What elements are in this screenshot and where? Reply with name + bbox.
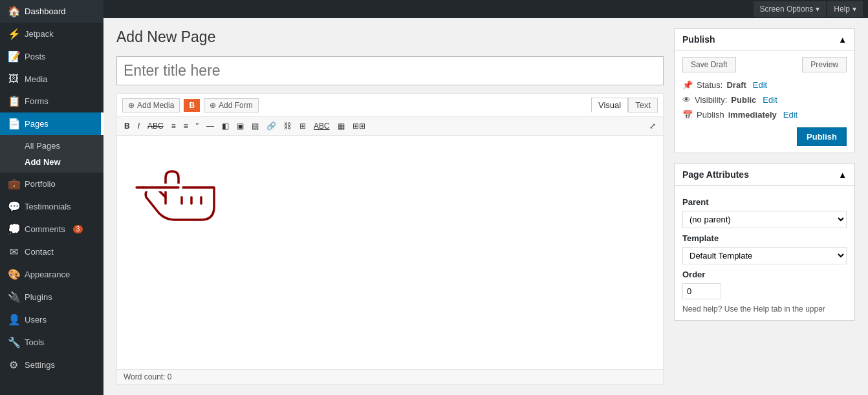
add-media-icon: ⊕ [128,101,135,110]
sidebar-item-portfolio[interactable]: 💼 Portfolio [0,173,103,195]
sidebar-item-label: Appearance [25,270,70,279]
right-sidebar: Publish ▲ Save Draft Preview 📌 Status: D… [674,28,855,385]
sidebar-item-label: Pages [25,119,49,129]
page-attributes-title: Page Attributes [682,169,749,180]
sidebar-item-settings[interactable]: ⚙ Settings [0,354,103,376]
screen-options-label: Screen Options [760,5,814,14]
template-select[interactable]: Default Template [682,247,847,264]
toolbar-insert-button[interactable]: ⊞ [296,120,309,133]
status-row: 📌 Status: Draft Edit [682,78,847,92]
toolbar-bold-button[interactable]: B [121,120,133,133]
collapse-icon: ▲ [838,170,847,180]
word-count-bar: Word count: 0 [117,369,663,384]
toolbar-ordered-list-button[interactable]: ≡ [180,120,191,133]
preview-button[interactable]: Preview [802,57,847,72]
tab-visual[interactable]: Visual [591,98,628,112]
toolbar-table-button[interactable]: ▦ [334,120,348,133]
toolbar-link-button[interactable]: 🔗 [263,120,279,133]
editor-format-toolbar: B I ABC ≡ ≡ " — ◧ ▣ ▨ 🔗 ⛓ ⊞ ABC ▦ ⊞⊞ ⤢ [117,117,663,136]
main-content: Screen Options ▾ Help ▾ Add New Page ⊕ A… [103,0,868,395]
sidebar-item-jetpack[interactable]: ⚡ Jetpack [0,23,103,45]
testimonials-icon: 💬 [8,200,19,213]
visual-text-tabs: Visual Text [591,98,658,112]
content-area: Add New Page ⊕ Add Media B ⊕ Add Form Vi… [103,18,868,395]
help-chevron-icon: ▾ [852,5,856,14]
sidebar-item-label: Contact [25,247,54,257]
contact-icon: ✉ [8,246,19,258]
draft-preview-row: Save Draft Preview [682,57,847,72]
publish-time-label: Publish [697,110,724,120]
editor-content[interactable] [117,136,663,369]
sidebar-item-label: Portfolio [25,179,56,189]
sidebar-item-tools[interactable]: 🔧 Tools [0,331,103,354]
sidebar: 🏠 Dashboard ⚡ Jetpack 📝 Posts 🖼 Media 📋 … [0,0,103,395]
toolbar-fullscreen-button[interactable]: ⤢ [646,120,659,133]
toolbar-align-center-button[interactable]: ▣ [233,120,247,133]
order-label: Order [682,270,847,279]
order-input[interactable] [682,283,721,299]
sidebar-item-posts[interactable]: 📝 Posts [0,45,103,68]
media-icon: 🖼 [8,73,19,85]
sidebar-item-label: Jetpack [25,29,54,39]
add-media-button[interactable]: ⊕ Add Media [122,98,180,112]
screen-options-button[interactable]: Screen Options ▾ [754,1,827,17]
sidebar-item-testimonials[interactable]: 💬 Testimonials [0,195,103,218]
pages-submenu: All Pages Add New [0,135,103,173]
word-count-value: 0 [168,372,172,381]
title-input[interactable] [116,56,664,85]
posts-icon: 📝 [8,50,19,63]
toolbar-unlink-button[interactable]: ⛓ [281,120,295,133]
page-attributes-metabox: Page Attributes ▲ Parent (no parent) Tem… [674,164,855,321]
sidebar-item-dashboard[interactable]: 🏠 Dashboard [0,0,103,23]
visibility-edit-link[interactable]: Edit [763,95,777,105]
toolbar-strikethrough-button[interactable]: ABC [144,120,167,133]
sidebar-sub-add-new[interactable]: Add New [0,154,103,170]
help-label: Help [834,5,850,14]
tab-text[interactable]: Text [628,98,658,112]
sidebar-item-comments[interactable]: 💭 Comments 3 [0,218,103,240]
status-label: Status: [697,80,722,90]
sidebar-item-contact[interactable]: ✉ Contact [0,240,103,263]
help-text: Need help? Use the Help tab in the upper [682,304,847,314]
add-media-label: Add Media [137,101,174,110]
topbar: Screen Options ▾ Help ▾ [103,0,868,18]
sidebar-item-pages[interactable]: 📄 Pages [0,112,103,135]
buddypress-button[interactable]: B [184,99,200,112]
sidebar-item-label: Plugins [25,292,52,302]
sidebar-item-label: Testimonials [25,202,71,211]
publish-metabox-header[interactable]: Publish ▲ [675,29,854,50]
help-button[interactable]: Help ▾ [827,1,863,17]
toolbar-align-left-button[interactable]: ◧ [219,120,232,133]
sidebar-item-users[interactable]: 👤 Users [0,308,103,331]
editor-toolbar-area: ⊕ Add Media B ⊕ Add Form Visual Text [116,93,664,385]
settings-icon: ⚙ [8,359,19,371]
publish-btn-row: Publish [682,127,847,146]
toolbar-unordered-list-button[interactable]: ≡ [168,120,179,133]
sidebar-item-label: Posts [25,52,46,61]
page-attributes-header[interactable]: Page Attributes ▲ [675,164,854,186]
sidebar-item-forms[interactable]: 📋 Forms [0,90,103,112]
publish-button[interactable]: Publish [797,127,847,146]
visibility-row: 👁 Visibility: Public Edit [682,92,847,107]
sidebar-item-label: Forms [25,96,49,106]
page-title: Add New Page [116,28,664,46]
publish-time-edit-link[interactable]: Edit [783,110,797,120]
sidebar-item-appearance[interactable]: 🎨 Appearance [0,263,103,286]
parent-select[interactable]: (no parent) [682,211,847,228]
save-draft-button[interactable]: Save Draft [682,57,736,72]
status-edit-link[interactable]: Edit [753,80,767,90]
sidebar-item-plugins[interactable]: 🔌 Plugins [0,286,103,308]
toolbar-align-right-button[interactable]: ▨ [248,120,262,133]
toolbar-spellcheck-button[interactable]: ABC [310,120,333,133]
visibility-label: Visibility: [695,95,727,105]
visibility-value: Public [731,95,756,105]
sidebar-sub-all-pages[interactable]: All Pages [0,138,103,154]
word-count-label: Word count: [124,372,165,381]
toolbar-horizontal-rule-button[interactable]: — [203,120,217,133]
page-attributes-content: Parent (no parent) Template Default Temp… [675,186,854,320]
toolbar-more-button[interactable]: ⊞⊞ [349,120,369,133]
toolbar-italic-button[interactable]: I [135,120,143,133]
add-form-button[interactable]: ⊕ Add Form [204,98,259,112]
toolbar-blockquote-button[interactable]: " [193,120,202,133]
sidebar-item-media[interactable]: 🖼 Media [0,68,103,90]
